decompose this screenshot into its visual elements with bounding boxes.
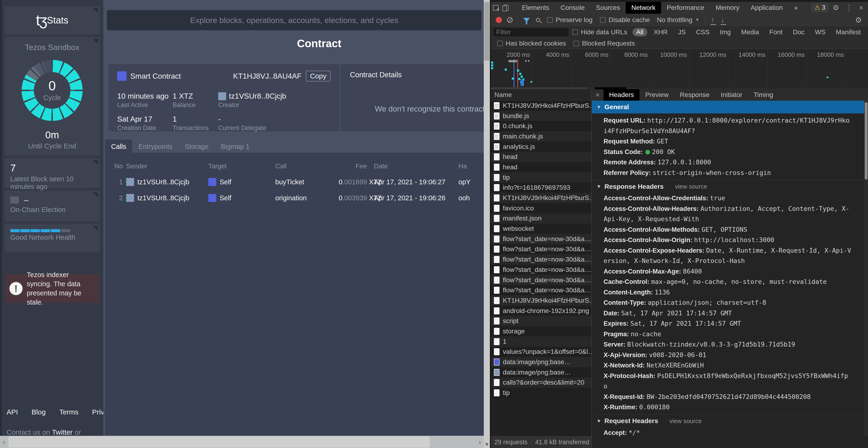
search-bar[interactable] [107,10,482,30]
general-section-header[interactable]: ▼ General [592,101,864,114]
devtools-tab[interactable]: Application [745,2,788,13]
tab-item[interactable]: Bigmap 1 [215,139,256,154]
request-row[interactable]: info?t=1618679697593 [491,183,591,193]
request-type-filter[interactable]: XHR [650,28,672,36]
hash-value[interactable]: opY [458,178,484,186]
scroll-down-arrow[interactable]: ▼ [484,441,490,448]
filter-icon[interactable] [523,18,530,22]
details-scrollbar[interactable] [864,101,868,436]
target-name[interactable]: Self [220,178,231,186]
scroll-right-arrow[interactable]: › [476,436,484,448]
table-row[interactable]: 1 tz1VSUr8..8Cjcjb Self buyTicket 0.0016… [105,178,484,186]
page-vertical-scrollbar[interactable]: ▼ [484,0,490,448]
request-row[interactable]: manifest.json [491,214,591,224]
preserve-log-checkbox[interactable]: Preserve log [547,16,592,24]
devtools-tab[interactable]: Performance [661,2,710,13]
request-type-filter[interactable]: All [632,28,647,36]
has-blocked-cookies-checkbox[interactable]: Has blocked cookies [497,40,566,47]
search-icon[interactable] [536,18,540,22]
request-row[interactable]: flow?start_date=now-30d&a… [491,254,591,265]
page-horizontal-scrollbar[interactable]: ‹ › [0,436,484,448]
request-row[interactable]: head [491,162,591,172]
request-type-filter[interactable]: Manifest [832,28,865,36]
devtools-tab[interactable]: Sources [590,2,626,13]
hash-value[interactable]: ooh [458,194,484,202]
devtools-tab[interactable]: Memory [710,2,745,13]
tab-item[interactable]: Storage [179,139,215,154]
name-column-header[interactable]: Name [491,89,591,100]
request-row[interactable]: flow?start_date=now-30d&a… [491,234,591,244]
request-type-filter[interactable]: JS [674,28,689,36]
console-warning-badge[interactable]: ⚠ 3 [811,3,828,12]
details-tab[interactable]: Timing [748,89,779,100]
request-type-filter[interactable]: Font [766,28,786,36]
request-row[interactable]: websocket [491,224,591,234]
devtools-menu-icon[interactable]: ⋮ [843,3,855,12]
request-type-filter[interactable]: Img [716,28,735,36]
vscroll-thumb[interactable] [484,2,489,61]
clear-icon[interactable] [507,17,513,23]
network-timeline[interactable]: 2000 ms4000 ms6000 ms8000 ms10000 ms1200… [491,49,868,89]
request-row[interactable]: data:image/png;base… [491,367,591,378]
request-row[interactable]: KT1HJ8VJ9rHkoi4FfzHPburS… [491,295,591,306]
request-row[interactable]: values?unpack=1&offset=0&l… [491,347,591,357]
details-tab[interactable]: Initiator [715,89,748,100]
sender-address[interactable]: tz1VSUr8..8Cjcjb [137,194,189,202]
request-row[interactable]: 0.chunk.js [491,121,591,131]
inspect-element-icon[interactable] [491,3,501,12]
devtools-tab[interactable]: Elements [516,2,555,13]
request-row[interactable]: script [491,316,591,326]
sender-address[interactable]: tz1VSUr8..8Cjcjb [137,178,189,186]
request-type-filter[interactable]: Media [737,28,763,36]
request-row[interactable]: 1 [491,337,591,347]
devtools-tab[interactable]: Console [555,2,590,13]
details-tab[interactable]: Preview [640,89,674,100]
tab-item[interactable]: Entrypoints [132,139,179,154]
request-row[interactable]: tip [491,172,591,183]
throttling-dropdown[interactable]: No throttling▼ [657,16,700,24]
footer-link[interactable]: Blog [31,408,45,416]
details-scroll-thumb[interactable] [865,102,868,180]
network-filter-input[interactable] [493,28,568,36]
request-row[interactable]: main.chunk.js [491,131,591,141]
request-type-filter[interactable]: CSS [692,28,713,36]
request-row[interactable]: flow?start_date=now-30d&a… [491,285,591,295]
close-details-icon[interactable]: × [592,91,603,99]
request-row[interactable]: KT1HJ8VJ9rHkoi4FfzHPburS… [491,100,591,111]
request-row[interactable]: android-chrome-192x192.png [491,306,591,316]
target-name[interactable]: Self [220,194,231,202]
request-row[interactable]: tip [491,388,591,398]
request-type-filter[interactable]: WS [811,28,829,36]
scroll-left-arrow[interactable]: ‹ [0,436,8,448]
request-row[interactable]: data:image/png;base… [491,357,591,367]
request-row[interactable]: analytics.js [491,141,591,152]
request-row[interactable]: storage [491,326,591,337]
request-row[interactable]: calls?&order=desc&limit=20 [491,378,591,388]
record-button[interactable] [496,17,502,23]
request-headers-section[interactable]: ▼ Request Headers view source [592,414,864,427]
request-row[interactable]: favicon.ico [491,203,591,214]
twitter-link[interactable]: Twitter [52,428,72,436]
more-tabs-icon[interactable]: » [788,2,803,13]
device-toolbar-icon[interactable] [501,3,511,12]
hscroll-thumb[interactable] [8,436,430,448]
footer-link[interactable]: API [7,408,18,416]
blocked-requests-checkbox[interactable]: Blocked Requests [574,40,635,47]
request-row[interactable]: flow?start_date=now-30d&a… [491,275,591,285]
disable-cache-checkbox[interactable]: Disable cache [600,16,650,24]
devtools-close-icon[interactable]: × [857,4,866,12]
network-settings-icon[interactable]: ⚙ [855,15,865,24]
hide-data-urls-checkbox[interactable]: Hide data URLs [572,28,627,36]
request-row[interactable]: head [491,152,591,162]
table-row[interactable]: 2 tz1VSUr8..8Cjcjb Self origination 0.00… [105,194,484,202]
footer-link[interactable]: Terms [59,408,79,416]
view-source-link[interactable]: view source [675,183,707,190]
export-har-icon[interactable]: ↓ [721,17,724,24]
response-headers-section[interactable]: ▼ Response Headers view source [592,180,864,193]
timeline-overview-strip[interactable] [491,87,868,89]
details-tab[interactable]: Headers [603,89,640,100]
request-row[interactable]: flow?start_date=now-30d&a… [491,244,591,255]
view-source-link[interactable]: view source [670,417,702,425]
devtools-settings-icon[interactable]: ⚙ [830,3,841,12]
request-row[interactable]: flow?start_date=now-30d&a… [491,265,591,275]
